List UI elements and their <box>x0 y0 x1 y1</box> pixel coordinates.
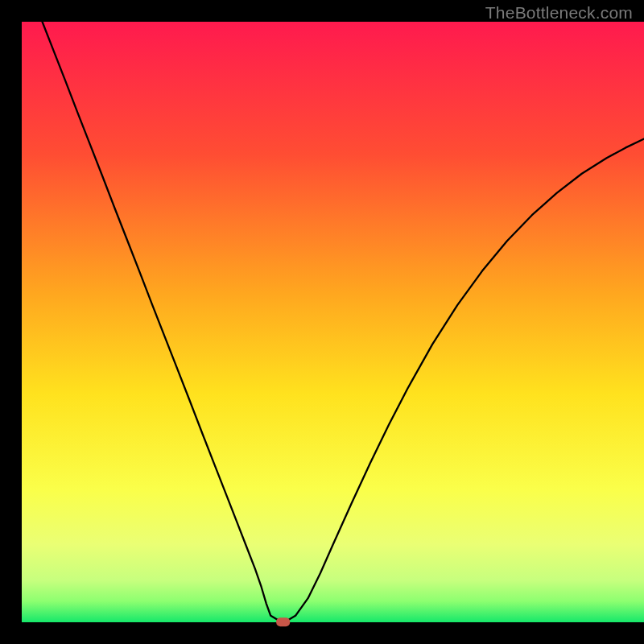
plot-background <box>22 22 644 622</box>
minimum-marker <box>276 617 290 626</box>
watermark-label: TheBottleneck.com <box>485 3 633 23</box>
chart-container: { "watermark": "TheBottleneck.com", "cha… <box>0 0 644 644</box>
plot-svg <box>0 0 644 644</box>
